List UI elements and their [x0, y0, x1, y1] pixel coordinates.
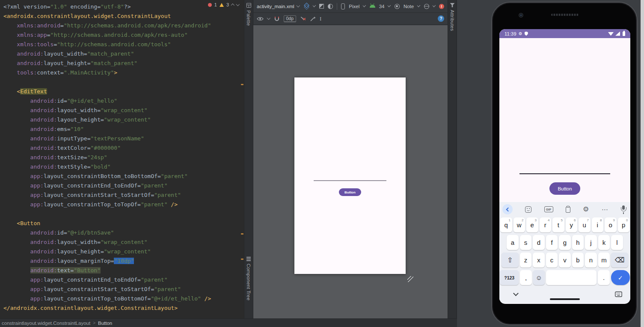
text-tool-icon[interactable]: I: [320, 15, 321, 22]
code-line[interactable]: app:layout_constraintStart_toStartOf="pa…: [3, 190, 244, 200]
gesture-navigation-bar[interactable]: [550, 298, 580, 300]
next-problem-chevron-icon[interactable]: [236, 3, 239, 6]
code-line[interactable]: [3, 209, 244, 219]
preview-canvas[interactable]: Button: [294, 77, 406, 274]
autoconnect-magnet-icon[interactable]: [274, 16, 280, 22]
code-line[interactable]: android:layout_height="wrap_content": [3, 247, 244, 256]
attributes-tab[interactable]: Attributes: [448, 3, 457, 31]
canvas-resize-handle[interactable]: [407, 276, 413, 282]
clear-constraints-icon[interactable]: [300, 16, 306, 21]
code-line[interactable]: app:layout_constraintEnd_toEndOf="parent…: [3, 275, 244, 285]
shift-key[interactable]: ⇧: [502, 253, 519, 268]
gif-icon[interactable]: GIF: [544, 206, 553, 212]
warning-stripe-mark[interactable]: [241, 233, 243, 235]
layout-issues-badge[interactable]: !: [439, 4, 444, 9]
locale-icon[interactable]: [424, 4, 429, 9]
code-line[interactable]: android:textColor="#000000": [3, 143, 244, 153]
code-line[interactable]: [3, 77, 244, 87]
code-line[interactable]: app:layout_constraintBottom_toBottomOf="…: [3, 172, 244, 181]
code-line[interactable]: android:ems="10": [3, 125, 244, 134]
key-g[interactable]: g: [559, 235, 571, 250]
code-area[interactable]: <?xml version="1.0" encoding="utf-8"?><a…: [0, 0, 244, 318]
keyboard-settings-gear-icon[interactable]: ⚙: [583, 206, 589, 213]
code-line[interactable]: app:layout_constraintEnd_toEndOf="parent…: [3, 181, 244, 190]
breadcrumb-item[interactable]: constraintlayout.widget.ConstraintLayout: [2, 321, 90, 326]
emoji-key[interactable]: ☺: [533, 270, 545, 285]
warning-stripe-mark[interactable]: [241, 259, 243, 260]
breadcrumb-item[interactable]: Button: [98, 321, 112, 326]
api-selector[interactable]: 34: [379, 4, 385, 9]
key-x[interactable]: x: [533, 253, 545, 268]
code-line[interactable]: android:layout_width="match_parent": [3, 49, 244, 59]
code-line[interactable]: tools:context=".MainActivity">: [3, 68, 244, 77]
key-n[interactable]: n: [585, 253, 597, 268]
design-mode-layers-icon[interactable]: [303, 3, 309, 9]
layout-file-selector[interactable]: activity_main.xml: [257, 4, 299, 9]
palette-tab[interactable]: Palette: [244, 3, 253, 26]
symbols-key[interactable]: ?123: [500, 270, 519, 285]
more-options-icon[interactable]: ⋯: [602, 206, 608, 213]
key-r[interactable]: r4: [540, 217, 552, 232]
key-t[interactable]: t5: [552, 217, 564, 232]
inspections-widget[interactable]: 1 3: [208, 2, 239, 7]
code-line[interactable]: android:layout_marginTop="10dp": [3, 256, 244, 266]
key-j[interactable]: j: [585, 235, 597, 250]
preview-button[interactable]: Button: [339, 188, 361, 196]
key-a[interactable]: a: [507, 235, 519, 250]
code-line[interactable]: android:textStyle="bold": [3, 162, 244, 172]
code-line[interactable]: </androidx.constraintlayout.widget.Const…: [3, 303, 244, 313]
code-line[interactable]: <EditText: [3, 87, 244, 96]
key-u[interactable]: u7: [579, 217, 591, 232]
panel-scrollbar[interactable]: [641, 0, 644, 327]
key-k[interactable]: k: [598, 235, 610, 250]
default-margin-selector[interactable]: 0dp: [284, 15, 297, 22]
code-line[interactable]: xmlns:android="http://schemas.android.co…: [3, 21, 244, 30]
microphone-icon[interactable]: [621, 205, 626, 213]
code-line[interactable]: app:layout_constraintTop_toBottomOf="@+i…: [3, 294, 244, 303]
key-y[interactable]: y6: [566, 217, 578, 232]
device-selector[interactable]: Pixel: [349, 4, 359, 9]
chevron-down-icon[interactable]: [313, 4, 316, 7]
hide-keyboard-chevron-icon[interactable]: [513, 291, 519, 296]
sticker-icon[interactable]: [525, 206, 531, 213]
code-line[interactable]: android:text="Button": [3, 266, 244, 275]
backspace-key[interactable]: ⌫: [611, 253, 628, 268]
code-line[interactable]: android:id="@+id/et_hello": [3, 96, 244, 106]
keyboard-switch-icon[interactable]: [615, 291, 622, 297]
key-m[interactable]: m: [598, 253, 610, 268]
code-line[interactable]: android:layout_height="wrap_content": [3, 115, 244, 125]
prev-problem-chevron-icon[interactable]: [231, 4, 234, 7]
component-tree-tab[interactable]: Component Tree: [244, 257, 253, 300]
night-mode-icon[interactable]: [328, 4, 333, 9]
code-line[interactable]: android:textSize="24sp": [3, 153, 244, 162]
key-d[interactable]: d: [533, 235, 545, 250]
code-line[interactable]: android:id="@+id/btnSave": [3, 228, 244, 238]
key-b[interactable]: b: [572, 253, 584, 268]
surface-mode-icon[interactable]: [319, 4, 324, 9]
key-o[interactable]: o9: [605, 217, 617, 232]
key-z[interactable]: z: [520, 253, 532, 268]
key-f[interactable]: f: [546, 235, 558, 250]
phone-screen[interactable]: 11:39 ⚙ Button: [499, 29, 630, 304]
comma-key[interactable]: ,: [520, 270, 532, 285]
code-line[interactable]: android:layout_width="wrap_content": [3, 106, 244, 115]
theme-selector[interactable]: Note: [404, 4, 414, 9]
code-line[interactable]: <androidx.constraintlayout.widget.Constr…: [3, 12, 244, 21]
code-line[interactable]: <Button: [3, 219, 244, 228]
code-line[interactable]: android:layout_height="match_parent": [3, 59, 244, 68]
gboard-keyboard[interactable]: GIF ⚙ ⋯ q1w2e3r4t5y6u7i8o9p0asdfghjkl⇧zx…: [499, 202, 630, 287]
key-h[interactable]: h: [572, 235, 584, 250]
code-line[interactable]: xmlns:tools="http://schemas.android.com/…: [3, 40, 244, 49]
warning-stripe-mark[interactable]: [241, 84, 243, 85]
code-line[interactable]: android:inputType="textPersonName": [3, 134, 244, 143]
period-key[interactable]: .: [598, 270, 610, 285]
key-s[interactable]: s: [520, 235, 532, 250]
key-q[interactable]: q1: [500, 217, 512, 232]
keyboard-back-button[interactable]: [502, 204, 513, 214]
key-c[interactable]: c: [546, 253, 558, 268]
design-surface[interactable]: Button: [253, 25, 448, 318]
clipboard-icon[interactable]: [566, 207, 570, 213]
edittext-field[interactable]: [519, 173, 610, 174]
preview-edittext[interactable]: [314, 180, 386, 181]
code-line[interactable]: app:layout_constraintTop_toTopOf="parent…: [3, 200, 244, 209]
